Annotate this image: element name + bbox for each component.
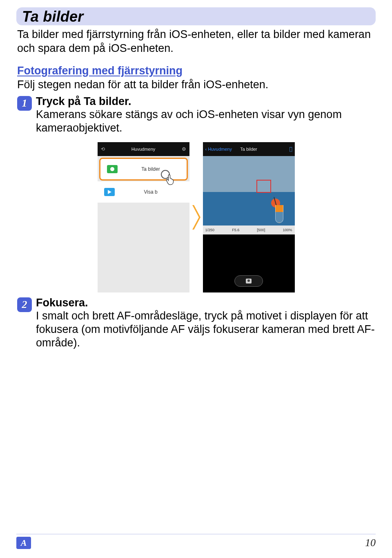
step-badge-1: 1 <box>17 96 32 111</box>
step-1-text: Kamerans sökare stängs av och iOS-enhete… <box>36 108 376 135</box>
page-footer: A 10 <box>16 534 376 549</box>
right-topbar: ‹ Huvudmeny Ta bilder ⌷ <box>203 142 295 156</box>
readout-shutter: 1/250 <box>205 228 215 232</box>
shutter-button[interactable] <box>234 275 263 287</box>
camera-outline-icon[interactable]: ⌷ <box>289 146 292 152</box>
left-topbar: ⟲ Huvudmeny ⚙ <box>98 142 189 156</box>
subject-illustration <box>271 199 287 223</box>
subsection-title: Fotografering med fjärrstyrning <box>16 65 376 77</box>
readout-aperture: F5.6 <box>232 228 239 232</box>
step-1-title: Tryck på Ta bilder. <box>36 95 376 108</box>
viewfinder[interactable] <box>203 156 295 225</box>
screenshot-right: ‹ Huvudmeny Ta bilder ⌷ 1/250 F5.6 [500]… <box>203 142 295 292</box>
shutter-icon <box>246 279 252 283</box>
section-intro: Ta bilder med fjärrstyrning från iOS-enh… <box>16 28 376 56</box>
subsection-desc: Följ stegen nedan för att ta bilder från… <box>16 78 376 91</box>
step-1: 1 Tryck på Ta bilder. Kamerans sökare st… <box>16 95 376 135</box>
camera-icon <box>107 165 118 173</box>
step-2-text: I smalt och brett AF-områdesläge, tryck … <box>36 309 376 350</box>
step-badge-2: 2 <box>17 297 32 312</box>
arrow-icon <box>191 142 201 292</box>
back-button-label: Huvudmeny <box>208 147 232 152</box>
section-title-bar: Ta bilder <box>16 7 376 25</box>
play-icon <box>104 188 115 196</box>
readout-battery: 100% <box>283 228 292 232</box>
tap-gesture-icon <box>161 170 179 188</box>
left-header-title: Huvudmeny <box>131 147 156 152</box>
section-letter-badge: A <box>16 537 31 549</box>
control-area <box>203 234 295 292</box>
step-2: 2 Fokusera. I smalt och brett AF-områdes… <box>16 297 376 350</box>
exposure-readout: 1/250 F5.6 [500] 100% <box>203 225 295 234</box>
section-title: Ta bilder <box>22 8 370 25</box>
back-button[interactable]: ‹ Huvudmeny <box>205 147 232 152</box>
page-number: 10 <box>365 537 376 549</box>
screenshot-row: ⟲ Huvudmeny ⚙ Ta bilder Visa b <box>16 142 376 292</box>
gear-icon: ⚙ <box>182 146 186 152</box>
step-2-title: Fokusera. <box>36 297 376 309</box>
focus-box <box>256 180 271 193</box>
menu-item-view-label: Visa b <box>119 189 183 195</box>
wifi-icon: ⟲ <box>101 146 105 152</box>
readout-iso: [500] <box>257 228 265 232</box>
right-header-title: Ta bilder <box>240 147 257 152</box>
screenshot-left: ⟲ Huvudmeny ⚙ Ta bilder Visa b <box>98 142 189 292</box>
